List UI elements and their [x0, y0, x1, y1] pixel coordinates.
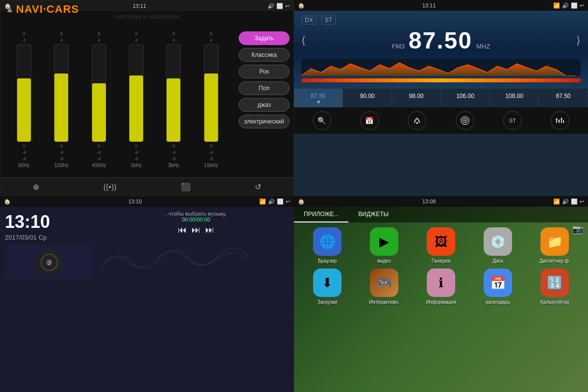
radio-preset-5-freq: 108.00: [491, 93, 537, 99]
home-music-time: 00:00/00:00: [102, 217, 290, 222]
home-playback-controls: ⏮ ⏭ ⏭: [102, 225, 290, 235]
eq-track-3khz[interactable]: [166, 44, 181, 142]
radio-dx-st: DX ST: [301, 16, 336, 24]
apps-signal-icon: 📶: [553, 198, 560, 205]
radio-preset-5[interactable]: 108.00: [490, 89, 539, 107]
app-interactive[interactable]: 🎮 Интерактивн.: [358, 269, 410, 305]
logo: ▲ NAVI·CARS: [5, 3, 79, 16]
home-next-btn[interactable]: ⏭: [205, 225, 214, 235]
apps-panel: 🏠 13:08 📶 🔊 ⬜ ↩ 📷 ПРИЛОЖЕ... ВИДЖЕТЫ: [294, 196, 588, 392]
home-wave-svg: [102, 238, 290, 277]
radio-preset-2-freq: 90.00: [344, 93, 390, 99]
app-browser[interactable]: 🌐 Браузер: [301, 227, 353, 264]
radio-prev-btn[interactable]: ⟨: [301, 34, 306, 47]
radio-eq-ctrl-svg: [555, 116, 565, 125]
eq-target-icon[interactable]: ⊕: [33, 182, 39, 192]
app-calculator[interactable]: 🔢 Калькулятор: [529, 269, 581, 305]
radio-antenna-btn[interactable]: [456, 111, 474, 130]
radio-signal-btn[interactable]: [408, 111, 426, 130]
radio-preset-3[interactable]: 98.00: [392, 89, 441, 107]
radio-eq-btn[interactable]: [551, 111, 569, 130]
preset-btn-pop[interactable]: Поп: [239, 81, 290, 95]
radio-spectrum: [301, 59, 581, 76]
info-label: Информация: [426, 299, 456, 305]
eq-presets: Задать Классика Рок Поп джаз электрическ…: [235, 26, 294, 177]
home-volume-icon: 🔊: [268, 198, 275, 205]
eq-slider-15khz[interactable]: 8 4 0 -4 -8 15kHz: [201, 31, 221, 168]
apps-tab-widgets[interactable]: ВИДЖЕТЫ: [348, 207, 398, 222]
eq-back-icon[interactable]: ↩: [285, 3, 290, 9]
radio-st-badge: ST: [321, 16, 336, 24]
radio-freq-row: ⟨ FM3 87.50 MHZ ⟩: [301, 24, 581, 56]
eq-wave-icon[interactable]: ((•)): [103, 183, 117, 192]
radio-volume-icon: 🔊: [562, 2, 569, 9]
eq-track-400hz[interactable]: [92, 44, 106, 142]
home-play-btn[interactable]: ⏭: [192, 225, 200, 235]
eq-track-150hz[interactable]: [54, 44, 69, 142]
info-icon: ℹ: [427, 269, 455, 297]
app-calendar[interactable]: 📅 календарь: [472, 269, 524, 305]
video-label: видео: [377, 258, 391, 264]
eq-freq-3khz: 3kHz: [164, 163, 183, 168]
radio-presets: 87.50 90.00 98.00 106.00 108.00 87.50: [294, 89, 588, 107]
apps-home-icon[interactable]: 🏠: [298, 198, 305, 205]
home-prev-btn[interactable]: ⏮: [178, 225, 187, 235]
radio-preset-1[interactable]: 87.50: [294, 89, 343, 107]
radio-back-icon[interactable]: ↩: [580, 2, 584, 9]
radio-preset-6[interactable]: 87.50: [539, 89, 588, 107]
filemanager-icon: 📁: [540, 227, 569, 256]
app-disk[interactable]: 💿 Диск: [472, 227, 524, 264]
radio-preset-4-freq: 106.00: [442, 93, 488, 99]
home-music-player: ♪: [5, 245, 93, 280]
preset-btn-jazz[interactable]: джаз: [239, 98, 290, 112]
preset-btn-zadati[interactable]: Задать: [239, 31, 290, 45]
eq-slider-150hz[interactable]: 8 4 0 -4 -8 150Hz: [51, 31, 71, 168]
eq-track-60hz[interactable]: [17, 44, 31, 142]
home-wave-bg: [102, 238, 290, 277]
app-info[interactable]: ℹ Информация: [415, 269, 467, 305]
app-gallery[interactable]: 🖼 Галерея: [415, 227, 467, 264]
apps-camera-icon[interactable]: 📷: [572, 224, 583, 235]
eq-status-icons: 🔊 ⬜ ↩: [268, 3, 290, 9]
radio-display: DX ST ⟨ FM3 87.50 MHZ ⟩: [294, 11, 588, 89]
apps-tab-apps[interactable]: ПРИЛОЖЕ...: [294, 207, 348, 222]
eq-track-1khz[interactable]: [129, 44, 144, 142]
browser-label: Браузер: [318, 258, 337, 264]
radio-preset-4[interactable]: 106.00: [441, 89, 490, 107]
radio-panel: 🏠 13:11 📶 🔊 ⬜ ↩ DX ST ⟨ FM3 87.50: [294, 0, 588, 196]
home-screen-icon: ⬜: [277, 198, 284, 205]
gallery-label: Галерея: [432, 258, 450, 264]
preset-btn-klassika[interactable]: Классика: [239, 48, 290, 62]
radio-search-btn[interactable]: 🔍: [313, 111, 331, 130]
app-downloads[interactable]: ⬇ Загрузки: [301, 269, 353, 305]
home-home-icon[interactable]: 🏠: [4, 198, 11, 205]
radio-next-btn[interactable]: ⟩: [576, 34, 581, 47]
eq-eq-icon[interactable]: ⬛: [181, 182, 191, 192]
eq-slider-400hz[interactable]: 8 4 0 -4 -8 400Hz: [89, 31, 109, 168]
home-back-icon[interactable]: ↩: [286, 198, 290, 205]
eq-sliders-container: 8 4 0 -4 -8 60Hz 8 4 0: [0, 22, 235, 177]
preset-btn-rok[interactable]: Рок: [239, 65, 290, 78]
preset-btn-electric[interactable]: электрический: [239, 115, 290, 128]
radio-home-icon[interactable]: 🏠: [298, 2, 305, 9]
radio-preset-2[interactable]: 90.00: [343, 89, 392, 107]
home-status-icons: 📶 🔊 ⬜ ↩: [259, 198, 290, 205]
apps-back-icon[interactable]: ↩: [580, 198, 584, 205]
apps-content: 📷 ПРИЛОЖЕ... ВИДЖЕТЫ 🌐 Браузер ▶ видео: [294, 207, 588, 392]
eq-reset-icon[interactable]: ↺: [255, 182, 261, 192]
radio-scan-btn[interactable]: 📅: [360, 111, 379, 130]
eq-freq-150hz: 150Hz: [51, 163, 71, 168]
eq-track-15khz[interactable]: [204, 44, 219, 142]
eq-slider-1khz[interactable]: 8 4 0 -4 -8 1kHz: [126, 31, 146, 168]
filemanager-label: Диспетчер ф.: [539, 258, 570, 264]
radio-top-row: DX ST: [301, 16, 581, 24]
app-video[interactable]: ▶ видео: [358, 227, 410, 264]
radio-signal-icon: 📶: [553, 2, 560, 9]
downloads-label: Загрузки: [318, 299, 337, 305]
eq-slider-60hz[interactable]: 8 4 0 -4 -8 60Hz: [14, 31, 34, 168]
eq-slider-3khz[interactable]: 8 4 0 -4 -8 3kHz: [164, 31, 183, 168]
eq-freq-15khz: 15kHz: [201, 163, 221, 168]
radio-st-btn[interactable]: ST: [503, 111, 522, 130]
apps-time: 13:08: [422, 198, 436, 204]
radio-signal-svg: [412, 116, 422, 125]
